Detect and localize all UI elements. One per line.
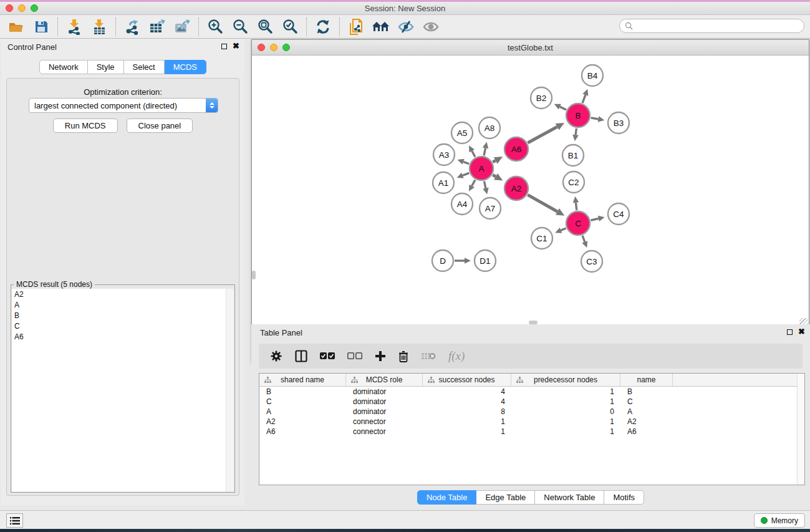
network-vertical-scrollbar[interactable] [252,271,256,279]
cell-mcds-role[interactable]: connector [346,427,423,436]
result-list-scrollbar[interactable] [226,289,234,491]
export-image-button[interactable] [170,17,195,37]
graph-edge-A-A1[interactable] [463,173,469,175]
mcds-result-item[interactable]: B [12,310,234,321]
graph-edge-A-A7[interactable] [484,181,485,188]
tab-node-table[interactable]: Node Table [417,490,477,505]
open-file-button[interactable] [4,17,29,37]
table-row[interactable]: Adominator80A [259,407,804,417]
graph-edge-C-C2[interactable] [576,203,576,210]
column-header-shared-name[interactable]: shared name [259,374,346,386]
search-box[interactable] [619,19,804,33]
hide-selected-button[interactable] [393,17,418,37]
mcds-result-item[interactable]: A2 [12,289,234,299]
show-columns-button[interactable] [295,350,307,362]
column-header-mcds-role[interactable]: MCDS role [346,374,423,386]
show-all-button[interactable] [418,17,443,37]
cell-predecessor-nodes[interactable]: 1 [511,427,620,436]
cell-shared-name[interactable]: C [259,397,346,406]
mcds-result-item[interactable]: C [12,321,234,331]
mcds-result-item[interactable]: A [12,299,234,310]
cell-predecessor-nodes[interactable]: 1 [511,397,620,406]
zoom-out-button[interactable] [228,17,253,37]
close-panel-button[interactable]: Close panel [127,118,193,133]
cell-mcds-role[interactable]: dominator [346,407,423,416]
cell-successor-nodes[interactable]: 4 [423,397,511,406]
mcds-result-item[interactable]: A6 [12,331,234,342]
new-network-from-selection-button[interactable] [344,17,369,37]
cell-name[interactable]: A6 [620,427,673,436]
table-vertical-scrollbar[interactable] [797,374,804,485]
graph-edge-A-A3[interactable] [463,162,469,163]
run-mcds-button[interactable]: Run MCDS [53,118,118,133]
search-input[interactable] [633,22,804,31]
cell-name[interactable]: B [620,387,673,396]
table-float-panel-icon[interactable] [787,329,793,335]
cell-name[interactable]: A [620,407,673,416]
tab-mcds[interactable]: MCDS [165,60,206,74]
table-close-panel-icon[interactable]: ✖ [798,327,805,336]
import-table-button[interactable] [87,17,112,37]
delete-columns-button[interactable] [398,351,408,362]
cell-predecessor-nodes[interactable]: 1 [511,417,620,426]
graph-edge-A2-C[interactable] [528,195,557,211]
table-settings-button[interactable] [270,350,282,362]
zoom-in-button[interactable] [203,17,228,37]
close-panel-icon[interactable]: ✖ [233,41,239,51]
zoom-selected-button[interactable] [277,17,302,37]
table-row[interactable]: A6connector11A6 [259,427,804,437]
graph-edge-B-B2[interactable] [560,107,566,110]
tab-network[interactable]: Network [39,60,88,74]
zoom-fit-button[interactable] [253,17,277,37]
column-header-predecessor-nodes[interactable]: predecessor nodes [511,374,620,386]
graph-edge-A-A5[interactable] [472,151,475,157]
cell-name[interactable]: C [620,397,673,406]
create-column-button[interactable] [375,351,386,362]
save-session-button[interactable] [29,17,54,37]
cell-name[interactable]: A2 [620,417,673,426]
graph-edge-A-A8[interactable] [484,148,485,155]
graph-edge-B-B1[interactable] [576,128,576,135]
graph-edge-A6-B[interactable] [528,127,557,143]
import-network-button[interactable] [62,17,87,37]
graph-edge-C-C1[interactable] [561,228,566,230]
cell-mcds-role[interactable]: dominator [346,387,423,396]
cell-successor-nodes[interactable]: 1 [423,427,511,436]
optimization-criterion-dropdown[interactable]: largest connected component (directed) [29,98,218,113]
cell-shared-name[interactable]: A2 [259,417,346,426]
tab-edge-table[interactable]: Edge Table [476,490,535,505]
graph-edge-C-C4[interactable] [591,218,598,220]
task-history-button[interactable] [6,513,23,528]
graph-edge-C-C3[interactable] [582,236,585,242]
network-graph[interactable]: B4B2BB3A8A5A6A3B1AA1C2A2A4A7C4CC1C3DD1 [252,56,809,321]
export-table-button[interactable] [145,17,170,37]
cell-predecessor-nodes[interactable]: 0 [511,407,620,416]
mcds-result-list[interactable]: A2ABCA6 [12,289,234,491]
network-canvas[interactable]: B4B2BB3A8A5A6A3B1AA1C2A2A4A7C4CC1C3DD1 [252,56,809,321]
column-header-successor-nodes[interactable]: successor nodes [423,374,511,386]
cell-successor-nodes[interactable]: 8 [423,407,511,416]
cell-shared-name[interactable]: B [259,387,346,396]
deselect-all-button[interactable] [347,352,362,360]
graph-edge-A-A2[interactable] [493,175,496,177]
cell-mcds-role[interactable]: dominator [346,397,423,406]
cell-shared-name[interactable]: A [259,407,346,416]
cell-successor-nodes[interactable]: 4 [423,387,511,396]
graph-edge-B-B3[interactable] [591,118,599,119]
refresh-layout-button[interactable] [311,17,335,37]
network-window-titlebar[interactable]: testGlobe.txt [252,40,809,56]
cell-shared-name[interactable]: A6 [259,427,346,436]
graph-edge-A-A4[interactable] [472,180,475,186]
tab-network-table[interactable]: Network Table [535,490,604,505]
memory-button[interactable]: Memory [754,513,805,528]
tab-motifs[interactable]: Motifs [604,490,644,505]
select-all-check-button[interactable] [320,352,335,360]
node-table[interactable]: shared name MCDS role successor nodes pr… [259,373,805,485]
export-network-button[interactable] [120,17,145,37]
graph-edge-B-B4[interactable] [582,95,586,103]
table-row[interactable]: Bdominator41B [259,387,804,397]
cell-mcds-role[interactable]: connector [346,417,423,426]
float-panel-icon[interactable] [221,44,227,49]
table-row[interactable]: Cdominator41C [259,397,804,407]
table-row[interactable]: A2connector11A2 [259,417,804,427]
